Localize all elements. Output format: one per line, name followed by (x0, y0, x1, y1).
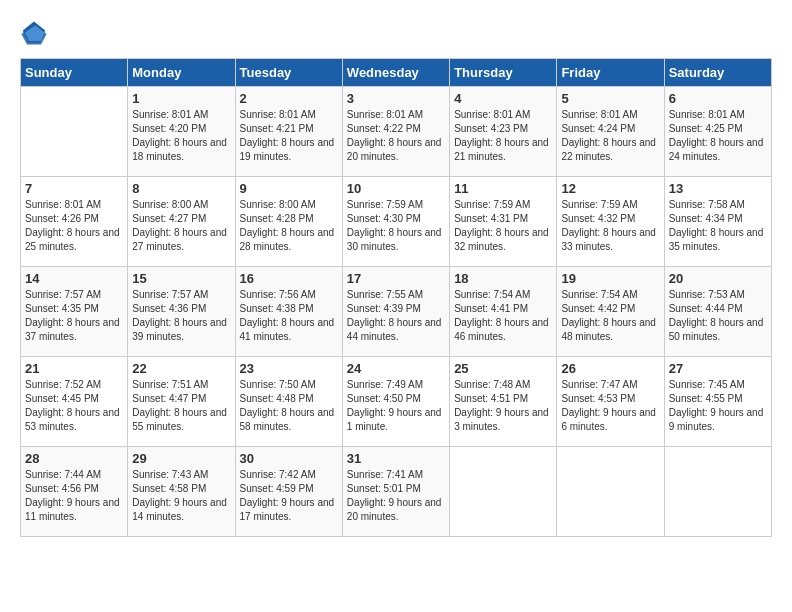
sunrise: Sunrise: 7:59 AM (347, 198, 445, 212)
calendar-cell: 27 Sunrise: 7:45 AM Sunset: 4:55 PM Dayl… (664, 357, 771, 447)
daylight: Daylight: 8 hours and 28 minutes. (240, 226, 338, 254)
day-info: Sunrise: 7:59 AM Sunset: 4:32 PM Dayligh… (561, 198, 659, 254)
day-info: Sunrise: 7:50 AM Sunset: 4:48 PM Dayligh… (240, 378, 338, 434)
sunrise: Sunrise: 8:01 AM (454, 108, 552, 122)
sunrise: Sunrise: 8:01 AM (132, 108, 230, 122)
daylight: Daylight: 8 hours and 46 minutes. (454, 316, 552, 344)
calendar-cell: 29 Sunrise: 7:43 AM Sunset: 4:58 PM Dayl… (128, 447, 235, 537)
day-number: 17 (347, 271, 445, 286)
day-info: Sunrise: 7:59 AM Sunset: 4:31 PM Dayligh… (454, 198, 552, 254)
calendar-cell: 4 Sunrise: 8:01 AM Sunset: 4:23 PM Dayli… (450, 87, 557, 177)
sunset: Sunset: 4:56 PM (25, 482, 123, 496)
daylight: Daylight: 8 hours and 55 minutes. (132, 406, 230, 434)
calendar-cell (450, 447, 557, 537)
daylight: Daylight: 8 hours and 24 minutes. (669, 136, 767, 164)
day-info: Sunrise: 7:54 AM Sunset: 4:42 PM Dayligh… (561, 288, 659, 344)
daylight: Daylight: 9 hours and 6 minutes. (561, 406, 659, 434)
calendar-cell (21, 87, 128, 177)
day-number: 30 (240, 451, 338, 466)
calendar-cell: 11 Sunrise: 7:59 AM Sunset: 4:31 PM Dayl… (450, 177, 557, 267)
sunset: Sunset: 4:25 PM (669, 122, 767, 136)
sunset: Sunset: 4:55 PM (669, 392, 767, 406)
day-number: 13 (669, 181, 767, 196)
day-info: Sunrise: 7:57 AM Sunset: 4:35 PM Dayligh… (25, 288, 123, 344)
calendar-cell: 12 Sunrise: 7:59 AM Sunset: 4:32 PM Dayl… (557, 177, 664, 267)
daylight: Daylight: 8 hours and 33 minutes. (561, 226, 659, 254)
sunrise: Sunrise: 7:55 AM (347, 288, 445, 302)
daylight: Daylight: 8 hours and 48 minutes. (561, 316, 659, 344)
day-info: Sunrise: 8:01 AM Sunset: 4:21 PM Dayligh… (240, 108, 338, 164)
sunset: Sunset: 5:01 PM (347, 482, 445, 496)
sunset: Sunset: 4:53 PM (561, 392, 659, 406)
day-number: 7 (25, 181, 123, 196)
calendar-cell: 31 Sunrise: 7:41 AM Sunset: 5:01 PM Dayl… (342, 447, 449, 537)
calendar-cell: 25 Sunrise: 7:48 AM Sunset: 4:51 PM Dayl… (450, 357, 557, 447)
daylight: Daylight: 8 hours and 30 minutes. (347, 226, 445, 254)
day-number: 22 (132, 361, 230, 376)
day-number: 1 (132, 91, 230, 106)
day-info: Sunrise: 7:52 AM Sunset: 4:45 PM Dayligh… (25, 378, 123, 434)
logo (20, 20, 52, 48)
daylight: Daylight: 9 hours and 14 minutes. (132, 496, 230, 524)
calendar-week-4: 21 Sunrise: 7:52 AM Sunset: 4:45 PM Dayl… (21, 357, 772, 447)
day-number: 29 (132, 451, 230, 466)
day-info: Sunrise: 7:43 AM Sunset: 4:58 PM Dayligh… (132, 468, 230, 524)
day-number: 3 (347, 91, 445, 106)
day-info: Sunrise: 8:00 AM Sunset: 4:28 PM Dayligh… (240, 198, 338, 254)
sunset: Sunset: 4:41 PM (454, 302, 552, 316)
day-number: 28 (25, 451, 123, 466)
daylight: Daylight: 8 hours and 39 minutes. (132, 316, 230, 344)
day-number: 6 (669, 91, 767, 106)
day-info: Sunrise: 7:45 AM Sunset: 4:55 PM Dayligh… (669, 378, 767, 434)
day-number: 31 (347, 451, 445, 466)
calendar-week-1: 1 Sunrise: 8:01 AM Sunset: 4:20 PM Dayli… (21, 87, 772, 177)
sunrise: Sunrise: 7:57 AM (132, 288, 230, 302)
sunrise: Sunrise: 7:43 AM (132, 468, 230, 482)
calendar-cell: 7 Sunrise: 8:01 AM Sunset: 4:26 PM Dayli… (21, 177, 128, 267)
day-info: Sunrise: 7:56 AM Sunset: 4:38 PM Dayligh… (240, 288, 338, 344)
sunset: Sunset: 4:32 PM (561, 212, 659, 226)
sunset: Sunset: 4:36 PM (132, 302, 230, 316)
daylight: Daylight: 9 hours and 1 minute. (347, 406, 445, 434)
day-info: Sunrise: 8:01 AM Sunset: 4:22 PM Dayligh… (347, 108, 445, 164)
day-info: Sunrise: 8:01 AM Sunset: 4:24 PM Dayligh… (561, 108, 659, 164)
calendar-cell: 1 Sunrise: 8:01 AM Sunset: 4:20 PM Dayli… (128, 87, 235, 177)
daylight: Daylight: 9 hours and 11 minutes. (25, 496, 123, 524)
day-number: 14 (25, 271, 123, 286)
day-number: 23 (240, 361, 338, 376)
day-info: Sunrise: 7:53 AM Sunset: 4:44 PM Dayligh… (669, 288, 767, 344)
day-info: Sunrise: 7:51 AM Sunset: 4:47 PM Dayligh… (132, 378, 230, 434)
sunset: Sunset: 4:45 PM (25, 392, 123, 406)
daylight: Daylight: 8 hours and 37 minutes. (25, 316, 123, 344)
daylight: Daylight: 8 hours and 25 minutes. (25, 226, 123, 254)
day-number: 16 (240, 271, 338, 286)
weekday-header-wednesday: Wednesday (342, 59, 449, 87)
sunset: Sunset: 4:31 PM (454, 212, 552, 226)
calendar-cell: 26 Sunrise: 7:47 AM Sunset: 4:53 PM Dayl… (557, 357, 664, 447)
daylight: Daylight: 8 hours and 53 minutes. (25, 406, 123, 434)
daylight: Daylight: 8 hours and 20 minutes. (347, 136, 445, 164)
weekday-header-monday: Monday (128, 59, 235, 87)
calendar-cell: 8 Sunrise: 8:00 AM Sunset: 4:27 PM Dayli… (128, 177, 235, 267)
day-info: Sunrise: 7:44 AM Sunset: 4:56 PM Dayligh… (25, 468, 123, 524)
calendar-cell: 24 Sunrise: 7:49 AM Sunset: 4:50 PM Dayl… (342, 357, 449, 447)
weekday-header-thursday: Thursday (450, 59, 557, 87)
day-info: Sunrise: 7:47 AM Sunset: 4:53 PM Dayligh… (561, 378, 659, 434)
calendar-header: SundayMondayTuesdayWednesdayThursdayFrid… (21, 59, 772, 87)
day-info: Sunrise: 8:01 AM Sunset: 4:20 PM Dayligh… (132, 108, 230, 164)
sunrise: Sunrise: 7:54 AM (454, 288, 552, 302)
calendar-week-2: 7 Sunrise: 8:01 AM Sunset: 4:26 PM Dayli… (21, 177, 772, 267)
sunrise: Sunrise: 8:01 AM (25, 198, 123, 212)
calendar-cell: 18 Sunrise: 7:54 AM Sunset: 4:41 PM Dayl… (450, 267, 557, 357)
day-number: 9 (240, 181, 338, 196)
sunset: Sunset: 4:24 PM (561, 122, 659, 136)
daylight: Daylight: 8 hours and 22 minutes. (561, 136, 659, 164)
day-info: Sunrise: 7:49 AM Sunset: 4:50 PM Dayligh… (347, 378, 445, 434)
sunset: Sunset: 4:39 PM (347, 302, 445, 316)
calendar-cell: 30 Sunrise: 7:42 AM Sunset: 4:59 PM Dayl… (235, 447, 342, 537)
sunset: Sunset: 4:22 PM (347, 122, 445, 136)
sunrise: Sunrise: 7:49 AM (347, 378, 445, 392)
day-number: 20 (669, 271, 767, 286)
daylight: Daylight: 8 hours and 18 minutes. (132, 136, 230, 164)
daylight: Daylight: 9 hours and 17 minutes. (240, 496, 338, 524)
